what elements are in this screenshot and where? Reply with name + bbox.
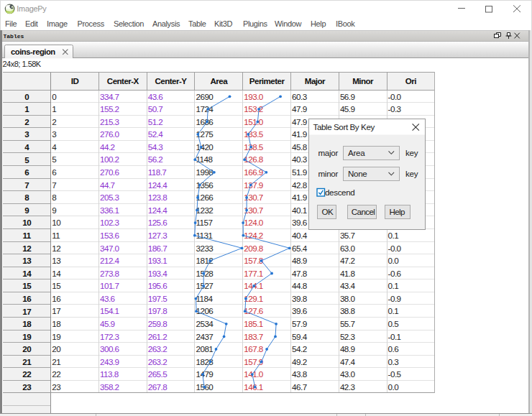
svg-text:358.2: 358.2 <box>100 382 119 392</box>
svg-text:10: 10 <box>52 218 61 227</box>
svg-text:8: 8 <box>24 193 29 202</box>
svg-text:205.3: 205.3 <box>100 193 119 202</box>
svg-text:172.3: 172.3 <box>100 332 119 341</box>
svg-text:Tables: Tables <box>4 33 24 40</box>
svg-text:263.2: 263.2 <box>148 357 168 366</box>
svg-text:1131: 1131 <box>196 231 213 240</box>
svg-text:-0.3: -0.3 <box>388 104 401 114</box>
svg-text:13: 13 <box>22 256 32 265</box>
svg-text:23: 23 <box>52 382 60 392</box>
svg-text:OK: OK <box>322 207 334 216</box>
svg-text:263.2: 263.2 <box>148 344 168 353</box>
svg-text:1: 1 <box>24 104 29 114</box>
svg-text:Table: Table <box>188 19 206 28</box>
svg-text:63.0: 63.0 <box>340 244 356 253</box>
svg-text:0: 0 <box>24 92 29 101</box>
svg-text:197.5: 197.5 <box>148 294 168 303</box>
svg-text:154.1: 154.1 <box>100 306 119 315</box>
svg-text:124.4: 124.4 <box>148 180 168 190</box>
svg-text:0.6: 0.6 <box>388 344 399 353</box>
svg-text:Help: Help <box>311 19 326 28</box>
svg-text:259.8: 259.8 <box>148 319 168 328</box>
svg-text:43.6: 43.6 <box>148 92 163 101</box>
svg-text:41.9: 41.9 <box>292 193 307 202</box>
svg-text:138.5: 138.5 <box>244 142 264 152</box>
svg-text:2081: 2081 <box>196 344 214 353</box>
svg-text:6: 6 <box>24 167 29 177</box>
svg-text:20: 20 <box>52 344 61 353</box>
svg-text:15: 15 <box>52 281 61 290</box>
svg-text:Selection: Selection <box>114 19 144 28</box>
svg-text:43.0: 43.0 <box>340 369 356 379</box>
svg-text:186.7: 186.7 <box>148 244 168 253</box>
svg-text:124.0: 124.0 <box>244 218 264 227</box>
svg-text:183.7: 183.7 <box>244 332 263 341</box>
svg-text:44.7: 44.7 <box>100 180 115 190</box>
svg-text:11: 11 <box>52 231 60 240</box>
svg-text:267.8: 267.8 <box>148 382 168 392</box>
svg-text:41.9: 41.9 <box>292 129 307 139</box>
svg-text:45.8: 45.8 <box>292 142 307 152</box>
svg-text:17: 17 <box>22 307 31 316</box>
svg-text:41.8: 41.8 <box>340 269 355 278</box>
svg-text:16: 16 <box>52 294 60 303</box>
svg-text:57.9: 57.9 <box>292 319 307 328</box>
svg-text:8: 8 <box>52 193 56 202</box>
svg-text:0.1: 0.1 <box>388 281 399 290</box>
svg-text:22: 22 <box>22 369 31 379</box>
svg-text:124.4: 124.4 <box>148 205 168 215</box>
svg-text:Area: Area <box>348 148 365 157</box>
svg-text:50.7: 50.7 <box>148 104 163 114</box>
svg-text:43.6: 43.6 <box>100 294 115 303</box>
svg-text:54.3: 54.3 <box>148 142 163 152</box>
svg-text:1148: 1148 <box>196 154 213 164</box>
svg-text:ImagePy: ImagePy <box>17 4 47 13</box>
svg-text:336.1: 336.1 <box>100 205 119 215</box>
svg-text:39.8: 39.8 <box>292 294 307 303</box>
svg-text:56.9: 56.9 <box>340 92 355 101</box>
svg-text:7: 7 <box>24 180 29 190</box>
svg-text:123.8: 123.8 <box>148 193 168 202</box>
svg-text:2437: 2437 <box>196 332 214 341</box>
svg-text:20: 20 <box>22 344 31 353</box>
svg-text:23: 23 <box>22 382 32 392</box>
svg-text:4: 4 <box>52 142 57 152</box>
svg-text:Analysis: Analysis <box>152 19 180 28</box>
svg-text:7: 7 <box>52 180 56 190</box>
svg-text:125.6: 125.6 <box>148 218 168 227</box>
svg-text:Major: Major <box>305 76 326 85</box>
svg-text:118.7: 118.7 <box>148 167 167 177</box>
svg-text:Minor: Minor <box>352 76 374 85</box>
svg-text:-0.5: -0.5 <box>388 369 402 379</box>
svg-text:9: 9 <box>24 205 29 215</box>
svg-text:-0.6: -0.6 <box>388 269 401 278</box>
svg-text:141.0: 141.0 <box>244 369 264 379</box>
svg-text:14: 14 <box>52 269 61 278</box>
svg-text:126.8: 126.8 <box>244 154 263 164</box>
svg-text:0.5: 0.5 <box>388 319 400 328</box>
svg-text:167.8: 167.8 <box>244 344 263 353</box>
svg-text:-0.9: -0.9 <box>388 294 401 303</box>
svg-text:1157: 1157 <box>196 218 213 227</box>
svg-text:Center-X: Center-X <box>107 76 139 85</box>
svg-text:1184: 1184 <box>196 294 214 303</box>
svg-text:60.3: 60.3 <box>292 92 307 101</box>
svg-text:47.9: 47.9 <box>292 117 307 126</box>
svg-text:193.0: 193.0 <box>244 92 264 101</box>
svg-text:347.0: 347.0 <box>100 244 120 253</box>
svg-text:key: key <box>405 169 418 178</box>
svg-text:17: 17 <box>52 306 60 315</box>
svg-text:16: 16 <box>22 294 32 303</box>
svg-text:descend: descend <box>325 188 354 197</box>
svg-text:3: 3 <box>52 129 56 139</box>
svg-text:243.9: 243.9 <box>100 357 119 366</box>
svg-text:11: 11 <box>23 231 32 240</box>
svg-text:5: 5 <box>24 155 29 165</box>
svg-text:270.6: 270.6 <box>100 167 119 177</box>
svg-text:Perimeter: Perimeter <box>249 76 285 85</box>
svg-text:12: 12 <box>52 244 60 253</box>
svg-text:44.2: 44.2 <box>100 142 115 152</box>
svg-text:65.4: 65.4 <box>292 244 308 253</box>
svg-text:52.3: 52.3 <box>340 332 355 341</box>
svg-text:49.2: 49.2 <box>292 357 307 366</box>
